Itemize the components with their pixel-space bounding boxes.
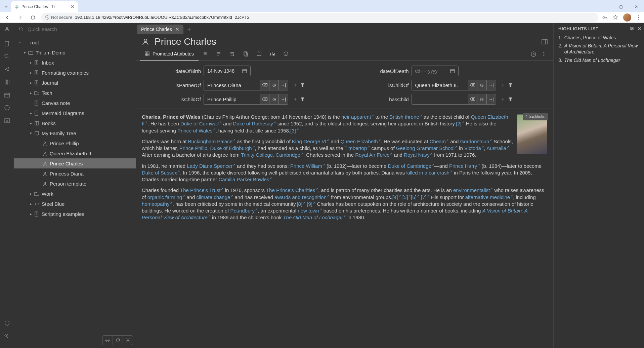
link[interactable]: King George VI↗ [292,139,330,144]
rel-clear-icon[interactable]: ⌫ [260,94,269,105]
link[interactable]: organic farming↗ [147,194,185,200]
ribbon-info-icon[interactable] [279,48,293,61]
ref-link[interactable]: [3]↗ [290,128,299,133]
tree-expand-icon[interactable]: ▸ [28,212,34,216]
date-of-death-input[interactable]: dd-----yyyy [412,66,459,76]
tree-expand-icon[interactable]: ▸ [28,91,34,95]
link[interactable]: Prince Harry↗ [449,163,480,169]
tree-item[interactable]: Canvas note [14,98,136,108]
tree-expand-icon[interactable]: ▸ [28,81,34,85]
tree-item[interactable]: Prince Charles [14,158,136,168]
tree-item[interactable]: ▸Formatting examples [14,68,136,78]
link[interactable]: climate change↗ [196,194,233,200]
address-bar[interactable]: Not secure 192.168.1.18:4292/#root/wiRrO… [41,13,598,22]
tree-expand-icon[interactable]: ▸ [28,192,34,196]
note-title[interactable]: Prince Charles [155,36,536,47]
tab-close-icon[interactable]: ✕ [71,4,75,9]
profile-avatar[interactable] [623,13,631,22]
note-content[interactable]: 4 backlinks Charles, Prince of Wales (Ch… [136,109,553,348]
tree-item[interactable]: Prince Phillip [14,138,136,148]
is-partner-of-input[interactable] [204,80,260,90]
forward-button[interactable] [15,13,25,22]
rel-clear-icon[interactable]: ⌫ [468,94,477,105]
highlight-item[interactable]: The Old Man of Lochnagar [558,57,641,63]
link[interactable]: Prince Philip, Duke of Edinburgh↗ [179,145,255,151]
tree-item[interactable]: ▸Journal [14,78,136,88]
tab-menu-chevron[interactable] [3,1,9,12]
link[interactable]: Prince William↗ [290,163,325,169]
link[interactable]: The Prince's Trust↗ [180,187,223,193]
link[interactable]: Prince of Wales↗ [177,128,215,133]
link[interactable]: Trinity College, Cambridge↗ [241,152,303,158]
ribbon-basic-props-icon[interactable] [199,48,212,61]
link[interactable]: awards and recognition↗ [274,194,330,200]
bookmark-star-icon[interactable] [612,14,618,21]
tree-expand-icon[interactable]: ▸ [28,71,34,75]
link[interactable]: Duke of Sussex↗ [142,170,180,176]
note-tab-active[interactable]: Prince Charles ✕ [137,25,183,34]
highlights-close-icon[interactable]: ✕ [638,26,642,31]
tree-item[interactable]: Queen Elizabeth II. [14,148,136,158]
rel-clear-icon[interactable]: ⌫ [468,80,477,90]
attr-delete-icon[interactable]: 🗑 [508,82,513,88]
link[interactable]: new town↗ [298,208,322,214]
shield-icon[interactable] [4,320,10,326]
add-tab-button[interactable]: + [185,25,194,34]
highlights-settings-icon[interactable] [630,26,634,31]
rel-clear-icon[interactable]: ⌫ [260,80,269,90]
collapse-rail-icon[interactable] [4,333,10,339]
link[interactable]: British throne↗ [389,114,422,120]
window-maximize[interactable]: ▢ [613,1,629,12]
browser-tab[interactable]: Prince Charles - Tr ✕ [11,1,78,12]
app-logo-icon[interactable] [3,26,11,34]
ribbon-promoted-attributes[interactable]: Promoted Attributes [140,48,199,61]
calendar-icon[interactable] [4,91,10,98]
rel-history-icon[interactable]: ◷ [269,80,279,90]
tree-item[interactable]: ▸Inbox [14,57,136,68]
tree-item[interactable]: ▸Books [14,118,136,128]
link[interactable]: Duke of Cornwall↗ [180,121,222,126]
back-button[interactable] [3,13,12,22]
link[interactable]: Duke of Rothesay↗ [233,121,276,126]
tree-expand-icon[interactable]: » [17,40,22,44]
tree-item[interactable]: ▾My Family Tree [14,128,136,138]
ribbon-note-paths-icon[interactable] [239,48,252,61]
tree-item[interactable]: Person template [14,179,136,189]
tree-item[interactable]: ▸Work [14,189,136,199]
tree-item[interactable]: ▸Scripting examples [14,209,136,219]
attr-delete-icon[interactable]: 🗑 [300,96,305,102]
ref-link[interactable]: [2]↗ [456,121,465,126]
search-icon[interactable] [19,27,24,32]
link[interactable]: The Old Man of Lochnagar↗ [283,215,346,220]
tree-item[interactable]: ▸Tech [14,88,136,98]
link[interactable]: Gordonstoun↗ [460,139,492,144]
ref-link[interactable]: [4]↗ [392,194,401,200]
rel-history-icon[interactable]: ◷ [477,80,487,90]
jump-icon[interactable] [4,66,10,73]
toggle-right-pane-icon[interactable] [541,38,548,45]
tree-expand-icon[interactable]: ▸ [28,111,34,115]
link[interactable]: Timbertop↗ [344,145,370,151]
link[interactable]: Victoria↗ [464,145,484,151]
recent-icon[interactable] [4,104,10,111]
tree-expand-icon[interactable]: ▾ [28,131,34,136]
attr-delete-icon[interactable]: 🗑 [300,82,305,88]
link[interactable]: The Prince's Charities↗ [266,187,318,193]
window-close[interactable]: ✕ [629,1,644,12]
link[interactable]: Duke of Cambridge↗ [388,163,434,169]
password-key-icon[interactable] [602,14,608,21]
ref-link[interactable]: [5]↗ [402,194,411,200]
window-minimize[interactable]: ― [598,1,613,12]
ref-link[interactable]: [7]↗ [421,194,430,200]
tree-item[interactable]: Princess Diana [14,168,136,179]
tree-refresh-button[interactable] [113,336,123,345]
link[interactable]: Geelong Grammar School↗ [396,145,458,151]
rel-goto-icon[interactable]: →| [487,80,496,90]
tree-item[interactable]: »root [14,37,136,47]
highlight-item[interactable]: A Vision of Britain: A Personal View of … [558,43,641,55]
link[interactable]: Queen Elizabeth↗ [341,139,381,144]
is-child-of-input-1[interactable] [412,80,468,90]
attr-delete-icon[interactable]: 🗑 [508,96,513,102]
link[interactable]: Buckingham Palace↗ [188,139,236,144]
quick-search-input[interactable] [28,26,131,32]
